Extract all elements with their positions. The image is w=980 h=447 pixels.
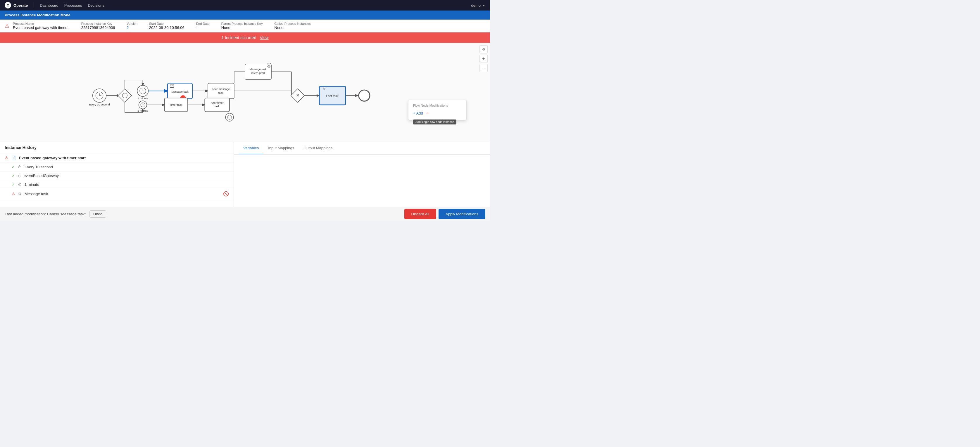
clock-icon: ⏱ bbox=[18, 182, 22, 187]
label-version: Version bbox=[127, 22, 137, 25]
svg-text:Every 10 second: Every 10 second bbox=[89, 103, 110, 106]
list-item: ✓ ⏱ Every 10 second bbox=[0, 163, 234, 171]
popup-title: Flow Node Modifications bbox=[413, 104, 461, 107]
clock-icon: ⏱ bbox=[18, 165, 22, 169]
label-end-date: End Date bbox=[196, 22, 210, 25]
nav-link-decisions[interactable]: Decisions bbox=[88, 3, 104, 8]
svg-text:Timer task: Timer task bbox=[170, 103, 183, 106]
instance-history: Instance History ⚠ 📄 Event based gateway… bbox=[0, 142, 234, 207]
modification-text: Last added modification: Cancel "Message… bbox=[5, 212, 86, 216]
cancel-modification-icon[interactable]: 🚫 bbox=[223, 191, 229, 197]
tab-input-mappings[interactable]: Input Mappings bbox=[263, 142, 299, 154]
zoom-controls: ⚙ + − bbox=[479, 45, 488, 72]
svg-text:After timer: After timer bbox=[211, 101, 224, 104]
value-process-name: Event based gateway with timer... bbox=[13, 25, 70, 30]
field-end-date: End Date -- bbox=[196, 22, 210, 30]
list-item: ⚠ 📄 Event based gateway with timer start bbox=[0, 153, 234, 163]
label-instance-key: Process Instance Key bbox=[81, 22, 115, 25]
value-called-instances: None bbox=[275, 25, 311, 30]
list-item: ✓ ◇ eventBasedGateway bbox=[0, 171, 234, 180]
instance-history-header: Instance History bbox=[0, 142, 234, 153]
tab-variables[interactable]: Variables bbox=[239, 142, 263, 154]
value-start-date: 2022-09-30 10:56:06 bbox=[149, 25, 185, 30]
incident-warning-icon: ⚠ bbox=[5, 23, 10, 29]
logo: C Operate bbox=[5, 2, 28, 8]
field-instance-key: Process Instance Key 2251799813694906 bbox=[81, 22, 115, 30]
status-ok-icon: ✓ bbox=[12, 174, 15, 178]
svg-point-62 bbox=[226, 113, 234, 121]
variables-panel: Variables Input Mappings Output Mappings bbox=[234, 142, 490, 207]
diagram-area[interactable]: Every 10 second 1 min bbox=[0, 43, 490, 142]
history-item-label: Event based gateway with timer start bbox=[19, 156, 86, 160]
label-start-date: Start Date bbox=[149, 22, 185, 25]
undo-button[interactable]: Undo bbox=[89, 210, 106, 218]
user-menu[interactable]: demo ▼ bbox=[471, 3, 485, 8]
svg-point-46 bbox=[359, 90, 370, 101]
list-item: ✓ ⏱ 1 minute bbox=[0, 180, 234, 189]
value-instance-key: 2251799813694906 bbox=[81, 25, 115, 30]
zoom-out-button[interactable]: − bbox=[479, 64, 488, 72]
svg-text:task: task bbox=[218, 91, 224, 94]
nav-link-dashboard[interactable]: Dashboard bbox=[40, 3, 59, 8]
list-item: ⚠ ⚙ Message task 🚫 bbox=[0, 189, 234, 199]
status-error-icon: ⚠ bbox=[5, 155, 8, 160]
svg-text:1 minute: 1 minute bbox=[137, 97, 148, 100]
nav-divider bbox=[33, 2, 34, 8]
svg-text:Last task: Last task bbox=[326, 94, 339, 98]
mode-banner: Process Instance Modification Mode bbox=[0, 11, 490, 19]
incident-text: 1 Incident occurred bbox=[221, 35, 256, 40]
label-parent-key: Parent Process Instance Key bbox=[221, 22, 263, 25]
red-arrow-icon: ← bbox=[425, 110, 431, 116]
bottom-bar: Last added modification: Cancel "Message… bbox=[0, 207, 490, 221]
value-end-date: -- bbox=[196, 25, 210, 30]
gear-icon: ⚙ bbox=[18, 192, 22, 196]
status-error-icon: ⚠ bbox=[12, 192, 15, 196]
svg-text:Message task: Message task bbox=[171, 90, 189, 93]
field-parent-key: Parent Process Instance Key None bbox=[221, 22, 263, 30]
svg-text:✕: ✕ bbox=[296, 93, 300, 98]
logo-circle: C bbox=[5, 2, 11, 8]
svg-text:interrupted: interrupted bbox=[251, 71, 264, 74]
history-item-label: Message task bbox=[25, 192, 48, 196]
field-start-date: Start Date 2022-09-30 10:56:06 bbox=[149, 22, 185, 30]
zoom-settings-button[interactable]: ⚙ bbox=[479, 45, 488, 54]
nav-link-processes[interactable]: Processes bbox=[64, 3, 82, 8]
history-item-label: 1 minute bbox=[25, 182, 39, 187]
apply-modifications-button[interactable]: Apply Modifications bbox=[439, 209, 485, 219]
status-ok-icon: ✓ bbox=[12, 182, 15, 187]
svg-text:Message task: Message task bbox=[250, 68, 267, 71]
discard-all-button[interactable]: Discard All bbox=[404, 209, 436, 219]
svg-text:⚙: ⚙ bbox=[323, 87, 326, 90]
status-ok-icon: ✓ bbox=[12, 165, 15, 169]
flow-node-popup: Flow Node Modifications + Add ← Add sing… bbox=[408, 100, 467, 120]
field-process-name: Process Name Event based gateway with ti… bbox=[13, 22, 70, 30]
svg-text:1 minute: 1 minute bbox=[137, 109, 148, 112]
app-name: Operate bbox=[13, 3, 28, 8]
value-version[interactable]: 2 bbox=[127, 25, 137, 30]
doc-icon: 📄 bbox=[11, 156, 16, 160]
incident-banner: 1 Incident occurred View bbox=[0, 32, 490, 43]
tab-output-mappings[interactable]: Output Mappings bbox=[299, 142, 337, 154]
incident-view-link[interactable]: View bbox=[259, 35, 268, 40]
label-called-instances: Called Process Instances bbox=[275, 22, 311, 25]
value-parent-key: None bbox=[221, 25, 263, 30]
bpmn-diagram: Every 10 second 1 min bbox=[0, 43, 490, 142]
history-item-label: eventBasedGateway bbox=[24, 174, 59, 178]
history-item-label: Every 10 second bbox=[25, 165, 53, 169]
diamond-icon: ◇ bbox=[18, 174, 21, 178]
svg-text:After message: After message bbox=[212, 87, 230, 90]
field-called-instances: Called Process Instances None bbox=[275, 22, 311, 30]
chevron-down-icon: ▼ bbox=[482, 4, 485, 7]
zoom-in-button[interactable]: + bbox=[479, 55, 488, 63]
svg-text:⚙: ⚙ bbox=[268, 64, 270, 67]
svg-text:task: task bbox=[215, 105, 220, 108]
process-info-bar: ⚠ Process Name Event based gateway with … bbox=[0, 19, 490, 32]
panel-tabs: Variables Input Mappings Output Mappings bbox=[234, 142, 490, 155]
field-version: Version 2 bbox=[127, 22, 137, 30]
add-tooltip: Add single flow node instance bbox=[413, 119, 457, 124]
add-button[interactable]: + Add bbox=[413, 111, 423, 116]
top-nav: C Operate Dashboard Processes Decisions … bbox=[0, 0, 490, 11]
label-process-name: Process Name bbox=[13, 22, 70, 25]
user-name: demo bbox=[471, 3, 481, 8]
panel-content bbox=[234, 155, 490, 207]
